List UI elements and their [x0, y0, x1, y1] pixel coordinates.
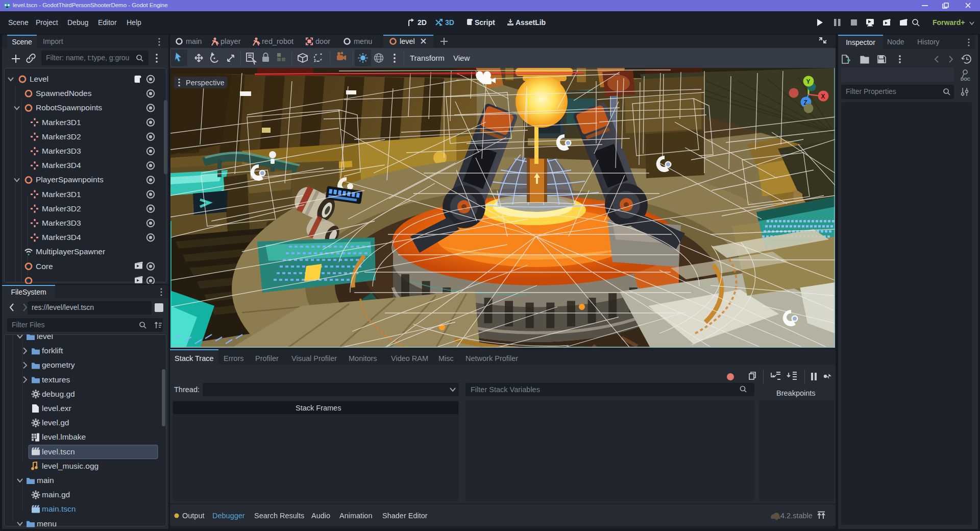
svg-text:geometry: geometry	[42, 360, 75, 369]
svg-text:level.tscn: level.tscn	[42, 447, 75, 456]
svg-text:Misc: Misc	[438, 354, 454, 363]
svg-text:level.exr: level.exr	[42, 404, 71, 413]
svg-text:Level: Level	[30, 75, 48, 83]
svg-text:Search Results: Search Results	[254, 512, 304, 520]
svg-text:Profiler: Profiler	[255, 354, 279, 363]
svg-text:Filter Stack Variables: Filter Stack Variables	[471, 385, 540, 394]
svg-text:Marker3D1: Marker3D1	[42, 190, 81, 199]
svg-text:level: level	[37, 334, 53, 341]
svg-text:Marker3D2: Marker3D2	[42, 132, 81, 141]
svg-text:player: player	[220, 37, 241, 45]
svg-text:debug.gd: debug.gd	[42, 390, 75, 398]
svg-text:Audio: Audio	[311, 512, 330, 520]
svg-text:Errors: Errors	[224, 354, 243, 363]
svg-text:main: main	[186, 37, 202, 45]
svg-text:menu: menu	[354, 37, 372, 45]
svg-text:door: door	[315, 37, 330, 45]
svg-text:Output: Output	[182, 512, 205, 520]
svg-text:Core: Core	[36, 262, 53, 271]
svg-text:main.tscn: main.tscn	[42, 504, 76, 513]
svg-text:main.gd: main.gd	[42, 490, 70, 499]
svg-text:X: X	[821, 93, 825, 100]
svg-text:Thread:: Thread:	[174, 385, 200, 394]
svg-text:Marker3D4: Marker3D4	[42, 161, 81, 170]
svg-text:menu: menu	[37, 519, 57, 528]
svg-text:MultiplayerSpawner: MultiplayerSpawner	[36, 247, 105, 256]
svg-text:Animation: Animation	[339, 512, 372, 520]
svg-text:Y: Y	[806, 78, 811, 85]
svg-text:Transform: Transform	[410, 54, 445, 62]
svg-text:Stack Frames: Stack Frames	[296, 404, 341, 412]
svg-text:Marker3D1: Marker3D1	[42, 118, 81, 127]
svg-text:Marker3D3: Marker3D3	[42, 147, 81, 155]
svg-text:Video RAM: Video RAM	[391, 354, 428, 363]
svg-text:View: View	[453, 54, 470, 62]
svg-text:Perspective: Perspective	[186, 79, 225, 87]
svg-text:PlayerSpawnpoints: PlayerSpawnpoints	[36, 175, 104, 184]
svg-text:level: level	[400, 37, 415, 45]
svg-text:Debugger: Debugger	[212, 512, 245, 520]
svg-text:DOC: DOC	[961, 77, 970, 82]
svg-text:forklift: forklift	[42, 346, 63, 355]
svg-text:Shader Editor: Shader Editor	[382, 512, 428, 520]
svg-text:SpawnedNodes: SpawnedNodes	[36, 89, 92, 98]
svg-text:Monitors: Monitors	[349, 354, 377, 363]
svg-text:red_robot: red_robot	[262, 37, 293, 45]
svg-text:Marker3D4: Marker3D4	[42, 233, 81, 242]
svg-text:level_music.ogg: level_music.ogg	[42, 462, 99, 470]
svg-text:Marker3D2: Marker3D2	[42, 204, 81, 213]
svg-text:Visual Profiler: Visual Profiler	[291, 354, 337, 363]
svg-text:level.lmbake: level.lmbake	[42, 432, 86, 441]
svg-text:Breakpoints: Breakpoints	[776, 389, 816, 397]
svg-text:level.gd: level.gd	[42, 418, 69, 427]
svg-text:Stack Trace: Stack Trace	[175, 354, 214, 363]
svg-text:Network Profiler: Network Profiler	[465, 354, 518, 363]
svg-text:textures: textures	[42, 375, 70, 384]
svg-text:Marker3D3: Marker3D3	[42, 219, 81, 227]
svg-text:main: main	[37, 476, 54, 485]
svg-text:4.2.stable: 4.2.stable	[780, 512, 813, 520]
svg-text:RobotSpawnpoints: RobotSpawnpoints	[36, 103, 102, 112]
